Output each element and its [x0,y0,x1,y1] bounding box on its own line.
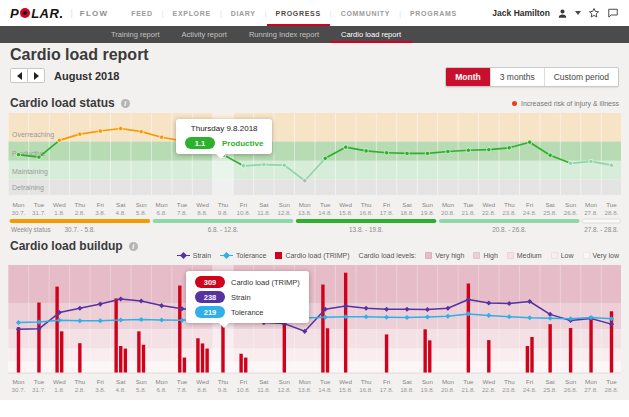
status-point[interactable] [405,151,409,155]
trimp-bar[interactable] [283,324,286,373]
trimp-bar[interactable] [114,298,117,373]
subnav-item-training-report[interactable]: Training report [100,26,171,43]
status-point[interactable] [98,129,102,133]
status-point[interactable] [119,126,123,130]
axis-day-label: Sun [422,378,434,385]
trimp-bar[interactable] [321,285,324,373]
trimp-bar[interactable] [385,334,388,373]
axis-day-label: Tue [177,201,188,208]
trimp-bar[interactable] [119,346,122,373]
status-point[interactable] [282,163,286,167]
subnav-item-cardio-load-report[interactable]: Cardio load report [330,26,412,43]
trimp-bar[interactable] [526,346,529,373]
status-point[interactable] [16,152,20,156]
trimp-bar[interactable] [239,354,242,373]
status-point[interactable] [589,159,593,163]
weekly-status-bar[interactable] [296,219,437,223]
axis-date-label: 30.7. [12,386,26,393]
trimp-bar[interactable] [124,349,127,373]
favorites-star-icon[interactable] [588,7,600,19]
subnav-item-running-index-report[interactable]: Running Index report [238,26,330,43]
nav-item-progress[interactable]: PROGRESS [267,0,330,26]
cardio-load-buildup-chart[interactable]: Mon30.7.Tue31.7.Wed1.8.Thu2.8.Fri3.8.Sat… [8,265,621,396]
status-point[interactable] [57,138,61,142]
level-chip-icon [473,252,480,259]
nav-item-diary[interactable]: DIARY [222,0,265,26]
trimp-bar[interactable] [487,340,490,373]
status-point[interactable] [466,148,470,152]
trimp-bar[interactable] [344,273,347,373]
trimp-bar[interactable] [205,349,208,373]
trimp-bar[interactable] [428,340,431,373]
subnav-item-activity-report[interactable]: Activity report [171,26,238,43]
weekly-status-bar[interactable] [10,219,151,223]
nav-item-community[interactable]: COMMUNITY [332,0,399,26]
weekly-status-bar[interactable] [582,219,620,223]
axis-date-label: 22.8. [482,386,496,393]
prev-period-button[interactable] [10,68,28,83]
trimp-bar[interactable] [244,358,247,373]
weekly-status-bar[interactable] [439,219,580,223]
risk-dot-icon [512,101,517,106]
trimp-bar[interactable] [37,303,40,373]
legend-item-strain: Strain [177,252,211,259]
nav-item-explore[interactable]: EXPLORE [164,0,220,26]
status-point[interactable] [139,129,143,133]
status-point[interactable] [241,164,245,168]
cardio-load-status-chart[interactable]: OverreachingProductiveMaintainingDetrain… [8,113,621,237]
status-point[interactable] [609,163,613,167]
status-point[interactable] [568,161,572,165]
user-name[interactable]: Jack Hamilton [492,8,550,18]
trimp-bar[interactable] [589,316,592,373]
axis-day-label: Tue [606,201,617,208]
trimp-bar[interactable] [530,337,533,373]
axis-date-label: 4.8. [116,386,127,393]
period-button-month[interactable]: Month [446,68,490,86]
trimp-bar[interactable] [78,343,81,373]
trimp-bar[interactable] [548,324,551,373]
trimp-bar[interactable] [196,338,199,373]
polar-logo[interactable]: PLAR. [10,6,64,21]
weekly-status-bar[interactable] [153,219,294,223]
chevron-down-icon[interactable] [575,11,581,18]
status-point[interactable] [528,140,532,144]
next-period-button[interactable] [27,68,45,83]
trimp-bar[interactable] [201,343,204,373]
status-point[interactable] [159,135,163,139]
trimp-bar[interactable] [423,329,426,373]
status-value-badge: 1.1 [185,137,215,149]
axis-day-label: Thu [75,201,86,208]
axis-day-label: Sat [259,378,269,385]
status-point[interactable] [507,146,511,150]
status-point[interactable] [303,179,307,183]
status-point[interactable] [425,151,429,155]
status-point[interactable] [323,156,327,160]
period-button-custom-period[interactable]: Custom period [544,68,618,86]
trimp-bar[interactable] [326,328,329,373]
nav-item-feed[interactable]: FEED [122,0,161,26]
status-point[interactable] [262,162,266,166]
trimp-bar[interactable] [183,358,186,373]
feedback-chat-icon[interactable] [607,7,619,19]
status-point[interactable] [446,149,450,153]
status-point[interactable] [364,149,368,153]
trimp-bar[interactable] [569,328,572,373]
axis-day-label: Thu [361,378,372,385]
user-icon[interactable] [557,8,568,19]
status-point[interactable] [487,147,491,151]
status-point[interactable] [384,151,388,155]
period-button-3-months[interactable]: 3 months [490,68,544,86]
buildup-info-icon[interactable]: i [129,242,138,251]
trimp-bar[interactable] [55,287,58,373]
trimp-bar[interactable] [178,286,181,373]
status-info-icon[interactable]: i [121,99,130,108]
trimp-bar[interactable] [137,331,140,373]
status-point[interactable] [37,155,41,159]
status-point[interactable] [78,132,82,136]
trimp-bar[interactable] [17,327,20,373]
status-point[interactable] [343,145,347,149]
trimp-bar[interactable] [60,331,63,373]
nav-item-programs[interactable]: PROGRAMS [401,0,466,26]
status-point[interactable] [548,153,552,157]
trimp-bar[interactable] [142,345,145,373]
